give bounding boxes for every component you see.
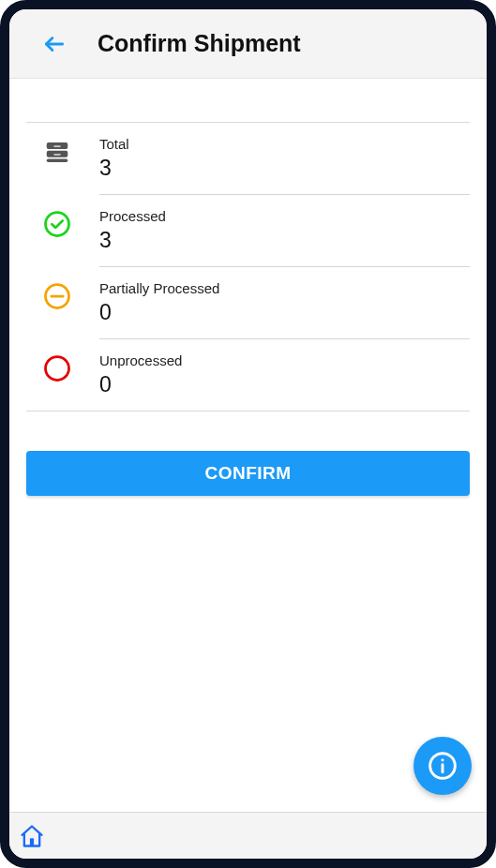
inbox-icon [43,138,71,166]
summary-row-processed: Processed 3 [26,195,470,267]
svg-point-6 [46,213,69,236]
total-value: 3 [99,156,470,181]
home-button[interactable] [15,819,49,853]
processed-label: Processed [99,208,470,224]
content: Total 3 Processed 3 [9,79,487,812]
page-title: Confirm Shipment [98,30,301,57]
processed-value: 3 [99,228,470,253]
partial-label: Partially Processed [99,280,470,296]
unprocessed-label: Unprocessed [99,352,470,368]
info-fab[interactable] [413,737,472,795]
summary-row-partial: Partially Processed 0 [26,267,470,339]
minus-circle-icon [43,282,71,310]
total-label: Total [99,136,470,152]
header: Confirm Shipment [9,9,487,79]
summary-row-total: Total 3 [26,123,470,195]
confirm-button[interactable]: CONFIRM [26,451,470,496]
svg-point-9 [46,357,69,381]
info-icon [428,751,458,781]
svg-rect-5 [47,159,68,163]
partial-value: 0 [99,300,470,325]
summary-row-unprocessed: Unprocessed 0 [26,339,470,411]
bottom-bar [9,812,487,859]
svg-rect-13 [30,838,34,846]
back-button[interactable] [36,25,73,63]
check-circle-icon [43,210,71,238]
empty-circle-icon [43,354,71,382]
svg-point-12 [442,759,444,762]
arrow-left-icon [42,32,67,56]
home-icon [19,823,45,849]
svg-rect-4 [53,154,61,156]
svg-rect-2 [53,145,61,147]
unprocessed-value: 0 [99,372,470,397]
summary-list: Total 3 Processed 3 [26,122,470,412]
